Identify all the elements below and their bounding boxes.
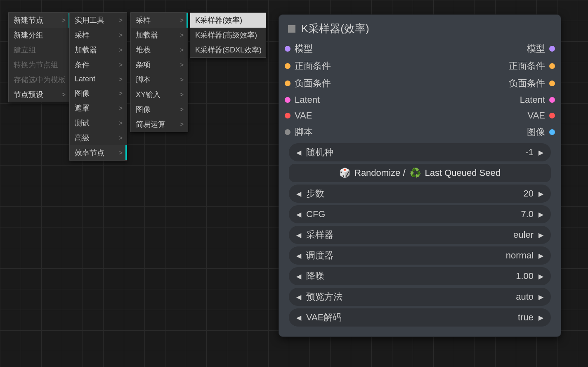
output-socket[interactable] xyxy=(549,97,555,103)
menu-item-label: 简易运算 xyxy=(136,119,165,129)
menu-item[interactable]: 采样> xyxy=(131,13,188,28)
input-socket[interactable] xyxy=(285,63,290,69)
menu-item[interactable]: 杂项> xyxy=(131,57,188,72)
menu-item-label: 转换为节点组 xyxy=(14,60,58,70)
menu-item[interactable]: K采样器(SDXL效率) xyxy=(190,43,266,57)
submenu-arrow-icon: > xyxy=(180,106,184,113)
decrement-icon[interactable]: ◀ xyxy=(295,149,303,156)
param-steps[interactable]: ◀步数20▶ xyxy=(289,185,551,203)
menu-item[interactable]: 采样> xyxy=(70,28,127,43)
menu-item-label: K采样器(SDXL效率) xyxy=(195,45,262,55)
decrement-icon[interactable]: ◀ xyxy=(295,190,303,198)
menu-item[interactable]: 堆栈> xyxy=(131,43,188,57)
menu-item[interactable]: 图像> xyxy=(70,86,127,101)
output-socket[interactable] xyxy=(549,81,555,86)
menu-item[interactable]: 图像> xyxy=(131,102,188,117)
submenu-arrow-icon: > xyxy=(180,91,184,98)
menu-item[interactable]: 测试> xyxy=(70,116,127,130)
decrement-icon[interactable]: ◀ xyxy=(295,231,303,239)
param-value: -1 xyxy=(525,147,534,158)
increment-icon[interactable]: ▶ xyxy=(537,149,545,156)
menu-item-label: Latent xyxy=(75,75,95,83)
increment-icon[interactable]: ▶ xyxy=(537,314,545,322)
menu-item[interactable]: 遮罩> xyxy=(70,101,127,116)
param-preview[interactable]: ◀预览方法auto▶ xyxy=(289,288,551,306)
output-label: 图像 xyxy=(527,126,545,138)
submenu-arrow-icon: > xyxy=(119,62,123,68)
io-row: 脚本图像 xyxy=(279,123,561,141)
io-row: LatentLatent xyxy=(279,92,561,108)
increment-icon[interactable]: ▶ xyxy=(537,211,545,218)
param-seed[interactable]: ◀随机种-1▶ xyxy=(289,143,551,161)
input-socket[interactable] xyxy=(285,129,290,135)
output-socket[interactable] xyxy=(549,113,555,118)
randomize-button[interactable]: 🎲Randomize /♻️Last Queued Seed xyxy=(289,164,551,182)
increment-icon[interactable]: ▶ xyxy=(537,231,545,239)
dice-icon: 🎲 xyxy=(339,168,350,178)
menu-item[interactable]: Latent> xyxy=(70,72,127,86)
recycle-icon: ♻️ xyxy=(410,168,421,178)
menu-item[interactable]: 实用工具> xyxy=(70,13,127,28)
menu-item[interactable]: 高级> xyxy=(70,130,127,145)
param-value: 1.00 xyxy=(516,271,534,282)
increment-icon[interactable]: ▶ xyxy=(537,190,545,198)
menu-item-label: 节点预设 xyxy=(14,90,43,99)
param-value: true xyxy=(518,312,534,323)
menu-item[interactable]: 简易运算> xyxy=(131,117,188,132)
menu-item[interactable]: 条件> xyxy=(70,57,127,72)
input-socket[interactable] xyxy=(285,81,290,86)
submenu-arrow-icon: > xyxy=(119,105,123,111)
menu-item: 转换为节点组 xyxy=(9,57,70,72)
input-socket[interactable] xyxy=(285,97,290,103)
output-socket[interactable] xyxy=(549,63,555,69)
menu-item[interactable]: 节点预设> xyxy=(9,87,70,102)
submenu-arrow-icon: > xyxy=(180,121,184,128)
input-label: 脚本 xyxy=(295,126,313,138)
decrement-icon[interactable]: ◀ xyxy=(295,293,303,301)
menu-item-label: 效率节点 xyxy=(75,148,104,158)
increment-icon[interactable]: ▶ xyxy=(537,252,545,260)
param-label: 步数 xyxy=(306,187,324,200)
output-label: 模型 xyxy=(527,43,545,55)
node-header[interactable]: K采样器(效率) xyxy=(279,15,561,40)
param-label: 随机种 xyxy=(306,146,333,159)
context-menu-col-4: K采样器(效率)K采样器(高级效率)K采样器(SDXL效率) xyxy=(190,12,266,58)
menu-item[interactable]: 效率节点> xyxy=(70,145,127,160)
decrement-icon[interactable]: ◀ xyxy=(295,211,303,218)
param-label: 降噪 xyxy=(306,270,324,282)
menu-item-label: 杂项 xyxy=(136,60,151,70)
menu-item-label: 高级 xyxy=(75,133,90,143)
param-scheduler[interactable]: ◀调度器normal▶ xyxy=(289,246,551,265)
decrement-icon[interactable]: ◀ xyxy=(295,272,303,280)
menu-item[interactable]: 脚本> xyxy=(131,72,188,87)
decrement-icon[interactable]: ◀ xyxy=(295,252,303,260)
menu-item[interactable]: 加载器> xyxy=(70,43,127,57)
node-collapse-toggle[interactable] xyxy=(288,25,295,33)
input-socket[interactable] xyxy=(285,113,290,118)
menu-item-label: 测试 xyxy=(75,118,90,128)
submenu-arrow-icon: > xyxy=(119,120,123,126)
param-vaedecode[interactable]: ◀VAE解码true▶ xyxy=(289,308,551,327)
ksampler-node[interactable]: K采样器(效率) 模型模型正面条件正面条件负面条件负面条件LatentLaten… xyxy=(279,14,561,337)
output-socket[interactable] xyxy=(549,129,555,135)
param-cfg[interactable]: ◀CFG7.0▶ xyxy=(289,205,551,223)
menu-item[interactable]: K采样器(效率) xyxy=(190,13,266,28)
menu-item[interactable]: 加载器> xyxy=(131,28,188,43)
menu-item[interactable]: K采样器(高级效率) xyxy=(190,28,266,43)
menu-item[interactable]: 新建分组 xyxy=(9,28,70,43)
input-socket[interactable] xyxy=(285,46,290,52)
param-denoise[interactable]: ◀降噪1.00▶ xyxy=(289,267,551,285)
decrement-icon[interactable]: ◀ xyxy=(295,314,303,322)
menu-item-label: 加载器 xyxy=(136,30,158,40)
context-menu-col-1: 新建节点>新建分组建立组转换为节点组存储选中为模板节点预设> xyxy=(8,12,70,102)
submenu-arrow-icon: > xyxy=(119,149,123,156)
param-sampler[interactable]: ◀采样器euler▶ xyxy=(289,226,551,244)
submenu-arrow-icon: > xyxy=(62,91,66,98)
increment-icon[interactable]: ▶ xyxy=(537,293,545,301)
io-row: 正面条件正面条件 xyxy=(279,57,561,75)
increment-icon[interactable]: ▶ xyxy=(537,272,545,280)
menu-item[interactable]: 新建节点> xyxy=(9,13,70,28)
menu-item[interactable]: XY输入> xyxy=(131,87,188,102)
param-label: 调度器 xyxy=(306,249,333,262)
output-socket[interactable] xyxy=(549,46,555,52)
